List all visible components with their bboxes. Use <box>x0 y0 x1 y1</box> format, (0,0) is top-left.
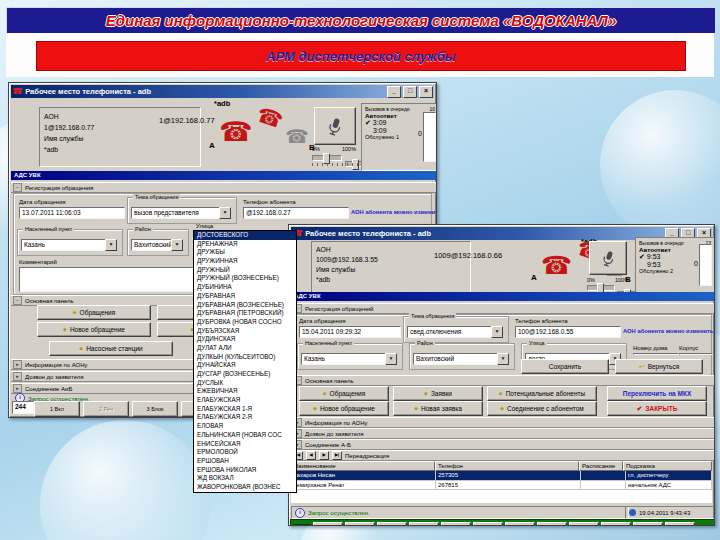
street-option[interactable]: ДУБРОВКА (НОВАЯ СОСНО <box>194 318 296 327</box>
window2-registration-band[interactable]: − Регистрация обращений <box>291 303 715 314</box>
line-button-12[interactable]: 12 Лн15 <box>665 522 695 526</box>
microphone-button[interactable] <box>314 107 356 145</box>
street-option[interactable]: ДРУЖБЫ <box>194 248 296 257</box>
connection-band[interactable]: ▸ Соединение А-Б <box>291 439 715 450</box>
street-option[interactable]: ЕЛОВАЯ <box>194 422 296 431</box>
street-option[interactable]: ДУБРАВНАЯ (ПЕТРОВСКИЙ) <box>194 309 296 318</box>
pump-stations-button[interactable]: ◆Насосные станции <box>49 341 173 356</box>
line-button-1[interactable]: 1 Лн1 <box>313 522 343 526</box>
street-option[interactable]: ЕЛАБУЖСКАЯ 2-Я <box>194 413 296 422</box>
window1-titlebar[interactable]: ☎ Рабочее место телефониста - adb _ □ × <box>11 85 434 98</box>
maximize-button[interactable]: □ <box>403 86 417 98</box>
expand-icon[interactable]: ▸ <box>13 384 22 393</box>
potential-subscribers-button[interactable]: ◆Потенциальные абоненты <box>487 386 597 401</box>
street-option[interactable]: ЕЛАБУЖСКАЯ <box>194 396 296 405</box>
chevron-down-icon[interactable]: ▼ <box>497 353 509 365</box>
line-button-3[interactable]: 3 Лн6 <box>377 522 407 526</box>
nav-last-button[interactable]: ▶| <box>332 451 342 460</box>
street-option[interactable]: ДОСТОЕВСКОГО <box>194 231 296 240</box>
volume-slider[interactable] <box>587 285 615 291</box>
appeals-button[interactable]: ◆Обращения <box>299 386 389 401</box>
appeals-button[interactable]: ◆Обращения <box>37 305 151 320</box>
expand-icon[interactable]: ▸ <box>13 372 22 381</box>
chevron-down-icon[interactable]: ▼ <box>171 239 183 251</box>
street-option[interactable]: ЕНИСЕЙСКАЯ <box>194 440 296 449</box>
line-button-4[interactable]: 4 Лн7 <box>409 522 439 526</box>
chevron-down-icon[interactable]: ▼ <box>219 207 231 219</box>
house-input[interactable] <box>633 353 679 355</box>
new-appeal-button[interactable]: ◆Новое обращение <box>37 322 151 337</box>
line-button-7[interactable]: 7 Лн10 <box>505 522 535 526</box>
chevron-down-icon[interactable]: ▼ <box>491 326 503 338</box>
district-combo[interactable]: Вахитовский ▼ <box>413 353 509 365</box>
date-input[interactable]: 13.07.2011 11:06:03 <box>19 207 125 219</box>
line-button-5[interactable]: 5 Лн8 <box>441 522 471 526</box>
window2-main-panel-band[interactable]: − Основная панель <box>291 375 715 386</box>
line-button-2[interactable]: 2 Лн5 <box>345 522 375 526</box>
table-row[interactable]: Темирханов Ренат 267815 начальник АДС <box>291 481 712 491</box>
date-input[interactable]: 15.04.2011 09:29:32 <box>299 326 401 338</box>
district-combo[interactable]: Вахитовский ▼ <box>131 239 183 251</box>
close-session-button[interactable]: ✔ ЗАКРЫТЬ <box>607 401 707 416</box>
line-button-11[interactable]: 11 Лн14 <box>633 522 663 526</box>
key-button-2[interactable]: 2 Реч <box>83 401 129 417</box>
street-option[interactable]: ЕРШОВАН <box>194 457 296 466</box>
street-option[interactable]: ДУСЛЫК <box>194 379 296 388</box>
table-row[interactable]: Захаров Нисан 257305 гл. диспетчеру <box>291 471 712 481</box>
requests-button[interactable]: ◆Заявки <box>393 386 483 401</box>
street-option[interactable]: ДУЛКЫН (КУЛЬСЕИТОВО) <box>194 353 296 362</box>
window1-registration-band[interactable]: − Регистрация обращения <box>11 182 436 193</box>
microphone-button[interactable] <box>589 241 627 275</box>
street-option[interactable]: ДУБЪЯЗСКАЯ <box>194 327 296 336</box>
city-combo[interactable]: Казань ▼ <box>21 239 117 251</box>
street-option[interactable]: ДУБИНИНА <box>194 283 296 292</box>
street-option[interactable]: ДУБРАВНАЯ (ВОЗНЕСЕНЬЕ) <box>194 301 296 310</box>
street-option[interactable]: ЕРМОЛОВОЙ <box>194 448 296 457</box>
switch-mkx-button[interactable]: Переключить на МКХ <box>607 386 707 401</box>
type-combo[interactable]: вызов представителя ▼ <box>131 207 231 219</box>
volume-slider[interactable] <box>312 155 342 161</box>
collapse-icon[interactable]: − <box>13 183 22 192</box>
key-button-1[interactable]: 1 Вкл <box>34 401 80 417</box>
street-option[interactable]: ЕЖЕВИЧНАЯ <box>194 387 296 396</box>
street-option[interactable]: ДУНАЙСКАЯ <box>194 361 296 370</box>
chevron-down-icon[interactable]: ▼ <box>385 353 397 365</box>
street-option[interactable]: ЕЛАБУЖСКАЯ 1-Я <box>194 405 296 414</box>
street-option[interactable]: ДУБРАВНАЯ <box>194 292 296 301</box>
street-option[interactable]: ДРУЖИННАЯ <box>194 257 296 266</box>
phone-input[interactable]: 100@192.168.0.55 <box>515 326 621 338</box>
line-button-6[interactable]: 6 Лн9 <box>473 522 503 526</box>
type-combo[interactable]: свед.отключения ▼ <box>407 326 503 338</box>
city-combo[interactable]: Казань ▼ <box>301 353 397 365</box>
key-button-3[interactable]: 3 Блок <box>132 401 178 417</box>
new-appeal-button[interactable]: ◆Новое обращение <box>299 401 389 416</box>
collapse-icon[interactable]: − <box>13 296 22 305</box>
callback-band[interactable]: ▸ Дозвон до заявителя <box>291 428 715 439</box>
line-button-10[interactable]: 10 Лн13 <box>601 522 631 526</box>
street-option[interactable]: ЖАВОРОНКОВАЯ (ВОЗНЕС <box>194 483 296 492</box>
chevron-down-icon[interactable]: ▼ <box>105 239 117 251</box>
street-option[interactable]: ДУСГАР (ВОЗНЕСЕНЬЕ) <box>194 370 296 379</box>
street-option[interactable]: ДУДИНСКАЯ <box>194 335 296 344</box>
street-option[interactable]: ДРЕНАЖНАЯ <box>194 240 296 249</box>
nav-prev-button[interactable]: ◀ <box>306 451 316 460</box>
street-option[interactable]: ДРУЖНЫЙ (ВОЗНЕСЕНЬЕ) <box>194 274 296 283</box>
corpus-input[interactable] <box>679 353 713 355</box>
expand-icon[interactable]: ▸ <box>13 360 22 369</box>
line-button-9[interactable]: 9 Лн12 <box>569 522 599 526</box>
street-option[interactable]: ЕЛЬНИНСКАЯ (НОВАЯ СОС <box>194 431 296 440</box>
aon-info-band[interactable]: ▸ Информация по АОНу <box>291 417 715 428</box>
street-option[interactable]: ДРУЖНЫЙ <box>194 266 296 275</box>
close-button[interactable]: × <box>419 86 433 98</box>
connect-subscriber-button[interactable]: ◆Соединение с абонентом <box>487 401 597 416</box>
phone-input[interactable]: @192.168.0.27 <box>243 207 349 219</box>
nav-next-button[interactable]: ▶ <box>319 451 329 460</box>
street-option[interactable]: ЖД ВОКЗАЛ <box>194 474 296 483</box>
street-option[interactable]: ДУЛАТ АЛИ <box>194 344 296 353</box>
line-button-8[interactable]: 8 Лн11 <box>537 522 567 526</box>
minimize-button[interactable]: _ <box>387 86 401 98</box>
save-button[interactable]: Сохранить <box>521 359 609 374</box>
street-option[interactable]: ЕРШОВА НИКОЛАЯ <box>194 466 296 475</box>
back-button[interactable]: ↩ Вернуться <box>615 359 703 374</box>
new-request-button[interactable]: ◆Новая заявка <box>393 401 483 416</box>
